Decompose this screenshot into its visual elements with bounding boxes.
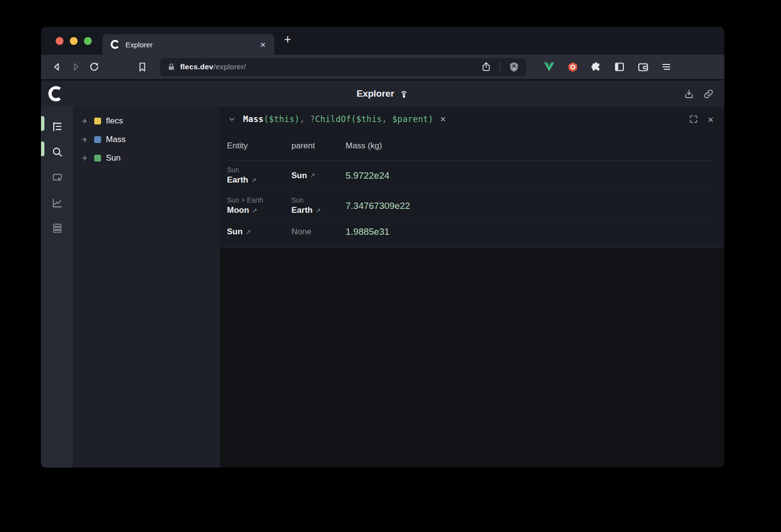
parent-link[interactable]: Earth ↗ [291,205,346,215]
forward-button[interactable] [66,58,85,76]
url-domain: flecs.dev [180,62,213,71]
vue-devtools-button[interactable] [542,60,556,74]
tree-item-mass[interactable]: Mass [81,130,220,149]
chevron-down-icon [227,115,236,123]
back-icon [51,61,63,73]
vue-logo-icon [543,61,555,73]
new-tab-button[interactable]: + [274,33,291,48]
fullscreen-icon [689,114,699,124]
share-icon [481,61,492,72]
tree-panel-active-indicator [41,116,44,131]
query-expression[interactable]: Mass($this), ?ChildOf($this, $parent) [243,114,433,124]
zoom-window-button[interactable] [84,37,92,45]
tab-close-icon[interactable]: × [258,39,267,50]
app-header: Explorer [41,81,724,107]
copy-link-button[interactable] [702,87,715,100]
browser-menu-button[interactable] [659,60,674,74]
goto-entity-icon[interactable]: ↗ [252,207,257,214]
sidebar-item-statistics[interactable] [46,190,68,215]
column-header-parent: parent [291,141,346,151]
expand-arrow-icon[interactable] [81,117,89,125]
table-row: Sun ↗ None 1.9885e31 [227,221,713,243]
entity-color-swatch [94,118,101,124]
urlbar-divider [500,62,500,72]
goto-entity-icon[interactable]: ↗ [246,228,251,236]
sidebar-toggle-icon [614,61,625,73]
minimize-window-button[interactable] [70,37,78,45]
expand-query-panel-button[interactable] [687,113,700,125]
parent-name: Earth [291,205,312,215]
mass-value: 5.9722e24 [346,170,713,181]
address-bar[interactable]: flecs.dev/explorer/ [160,58,526,76]
parent-name: Sun [291,171,307,181]
tree-item-label: Mass [106,135,126,144]
query-token: , [382,114,392,124]
table-row: Sun Earth ↗ Sun ↗ 5.9722e [227,161,713,191]
puzzle-icon [590,61,602,73]
tree-item-flecs[interactable]: flecs [81,112,220,130]
back-button[interactable] [48,58,66,76]
brave-shields-button[interactable] [507,60,521,74]
wallet-button[interactable] [636,60,650,74]
collapse-query-button[interactable] [226,113,238,125]
header-actions [682,87,715,100]
entity-tree-panel: flecs Mass Sun [73,107,221,468]
query-token: ChildOf [315,114,351,124]
sidebar-item-entity-tree[interactable] [46,114,68,139]
bookmark-icon [137,61,148,73]
expand-arrow-icon[interactable] [81,154,89,163]
flecs-favicon [110,40,120,49]
goto-entity-icon[interactable]: ↗ [251,177,256,184]
sidebar-toggle-button[interactable] [612,60,627,74]
parent-link[interactable]: Sun ↗ [291,171,346,181]
sidebar-item-journal[interactable] [46,215,68,241]
tree-item-sun[interactable]: Sun [81,149,220,167]
parent-parent-path: Sun [291,196,346,204]
bookmark-button[interactable] [133,58,151,76]
table-header-row: Entity parent Mass (kg) [227,131,713,161]
remote-icon [399,89,409,99]
link-icon [703,88,714,100]
close-window-button[interactable] [56,37,63,45]
hexagon-extension-button[interactable] [565,60,580,74]
query-token: ($this) [264,114,300,124]
table-row: Sun > Earth Moon ↗ Sun Earth ↗ [227,191,713,221]
reload-button[interactable] [85,58,103,76]
share-button[interactable] [479,60,493,74]
url-text: flecs.dev/explorer/ [180,62,474,71]
query-token: $parent) [392,114,433,124]
query-panel-active-indicator [41,142,44,156]
traffic-lights [41,27,103,55]
parent-cell: None [291,227,346,237]
browser-tab-explorer[interactable]: Explorer × [103,34,274,55]
entity-link[interactable]: Moon ↗ [227,205,291,215]
flecs-logo-icon[interactable] [48,85,64,102]
content-area: flecs Mass Sun [41,107,724,468]
expand-arrow-icon[interactable] [81,135,89,144]
brave-shield-icon [508,61,520,73]
mass-value: 7.34767309e22 [346,201,713,211]
hamburger-menu-icon [660,61,672,73]
entity-parent-path: Sun > Earth [227,196,291,204]
goto-entity-icon[interactable]: ↗ [315,207,321,214]
extensions-button[interactable] [589,60,603,74]
query-results-table: Entity parent Mass (kg) Sun Earth ↗ [221,131,724,247]
goto-entity-icon[interactable]: ↗ [310,172,315,179]
main-area: Mass($this), ?ChildOf($this, $parent) × … [221,107,724,468]
page-title-text: Explorer [356,88,394,99]
entity-name: Earth [227,175,248,185]
parent-cell: Sun ↗ [291,171,346,181]
tab-title: Explorer [125,41,253,49]
column-header-mass: Mass (kg) [346,141,713,151]
clear-query-icon[interactable]: × [440,114,446,124]
sidebar-item-query[interactable] [46,139,68,164]
download-button[interactable] [682,87,695,100]
query-header: Mass($this), ?ChildOf($this, $parent) × … [221,107,724,131]
sidebar-item-inspector[interactable] [46,164,68,190]
inspector-icon [51,171,63,184]
close-query-panel-icon[interactable]: × [708,114,714,124]
entity-link[interactable]: Sun ↗ [227,227,291,237]
lock-icon [167,62,176,71]
url-path: /explorer/ [213,62,246,71]
entity-link[interactable]: Earth ↗ [227,175,291,185]
